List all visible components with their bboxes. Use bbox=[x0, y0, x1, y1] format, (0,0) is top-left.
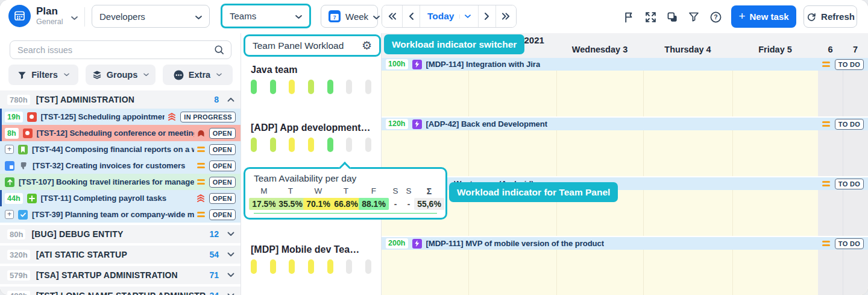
search-input[interactable] bbox=[16, 45, 213, 56]
fullscreen-icon[interactable] bbox=[643, 10, 658, 24]
workload-bar[interactable] bbox=[251, 138, 257, 152]
task-title: [ADP-42] Back end Development bbox=[426, 119, 548, 128]
workload-bar[interactable] bbox=[270, 259, 276, 274]
workload-bar[interactable] bbox=[308, 80, 314, 94]
workload-bar[interactable] bbox=[251, 80, 257, 94]
issue-row[interactable]: 19h[TST-125] Scheduling appointments for… bbox=[0, 109, 241, 125]
expand-button[interactable]: + bbox=[5, 145, 14, 154]
next-button[interactable] bbox=[479, 5, 496, 27]
workload-bar[interactable] bbox=[270, 80, 276, 94]
issue-row[interactable]: +[TST-39] Planning team or company-wide … bbox=[0, 206, 241, 223]
priority-medium-icon bbox=[822, 62, 830, 68]
workload-bar[interactable] bbox=[251, 259, 257, 274]
availability-day-label: S bbox=[391, 186, 400, 197]
chevron-down-icon[interactable] bbox=[459, 14, 471, 19]
team-row[interactable]: [MDP] Mobile dev Tea… bbox=[251, 244, 376, 274]
bolt-icon bbox=[412, 119, 422, 129]
task-bar[interactable]: 200h[MDP-111] MVP of mobile version of t… bbox=[381, 237, 868, 250]
workload-bar[interactable] bbox=[327, 259, 333, 274]
resource-select-value: Developers bbox=[99, 11, 195, 22]
availability-column: S- bbox=[391, 186, 400, 210]
group-row[interactable]: 320h[ATI STATIC STARTUP54 bbox=[0, 246, 241, 264]
availability-column: S- bbox=[404, 186, 414, 210]
flag-icon[interactable] bbox=[621, 10, 636, 24]
resource-select[interactable]: Developers bbox=[92, 5, 210, 28]
groups-button[interactable]: Groups bbox=[86, 65, 156, 85]
issues-sidebar: FiltersGroupsExtra 780h[TST] ADMINISTRAT… bbox=[0, 33, 241, 295]
priority-medium-icon bbox=[197, 163, 205, 169]
status-badge: OPEN bbox=[209, 209, 236, 220]
workload-bar[interactable] bbox=[346, 80, 352, 94]
today-button[interactable]: Today bbox=[420, 5, 479, 27]
group-title: [TSA] STARTUP ADMINISTRATION bbox=[36, 270, 210, 280]
jump-back-button[interactable] bbox=[382, 5, 403, 27]
chevron-down-icon[interactable] bbox=[227, 273, 234, 278]
zoom-select[interactable]: 7 Week bbox=[321, 5, 378, 28]
hours-badge: 19h bbox=[5, 112, 23, 122]
refresh-button[interactable]: Refresh bbox=[804, 5, 857, 28]
issue-title: [TST-12] Scheduling conference or meetin… bbox=[37, 128, 194, 138]
workload-bar[interactable] bbox=[365, 80, 371, 94]
workload-bar[interactable] bbox=[346, 138, 352, 152]
filters-button[interactable]: Filters bbox=[8, 65, 78, 85]
availability-popup-title: Team Availability per day bbox=[254, 173, 356, 184]
group-row[interactable]: 80h[BUG] DEBUG ENTITY12 bbox=[0, 225, 241, 243]
task-bar[interactable]: 120h[ADP-42] Back end DevelopmentTO DO bbox=[381, 118, 868, 130]
chevron-down-icon[interactable] bbox=[227, 232, 234, 236]
workload-bar[interactable] bbox=[308, 138, 314, 152]
extra-button[interactable]: Extra bbox=[163, 65, 233, 85]
issue-title: [TST-44] Composing financial reports on … bbox=[32, 145, 194, 154]
popup-underline bbox=[254, 213, 437, 214]
group-row[interactable]: 780h[TST] ADMINISTRATION8 bbox=[0, 90, 241, 109]
clone-view-icon[interactable] bbox=[665, 10, 679, 24]
task-title: [MDP-111] MVP of mobile version of the p… bbox=[426, 239, 605, 248]
gear-icon[interactable]: ⚙ bbox=[362, 40, 372, 51]
task-bar[interactable]: 100h[MDP-114] Integration with JiraTO DO bbox=[381, 58, 868, 71]
workload-bar[interactable] bbox=[346, 259, 352, 274]
availability-column: W70.1% bbox=[303, 186, 333, 210]
issue-row[interactable]: [TST-32] Creating invoices for customers… bbox=[0, 157, 241, 174]
workload-bar[interactable] bbox=[308, 259, 314, 274]
issue-row[interactable]: 8h[TST-12] Scheduling conference or meet… bbox=[0, 125, 241, 141]
issue-row[interactable]: +[TST-44] Composing financial reports on… bbox=[0, 141, 241, 157]
prev-button[interactable] bbox=[403, 5, 420, 27]
day-label: 6 bbox=[828, 45, 832, 54]
chevron-down-icon[interactable] bbox=[227, 252, 234, 257]
workload-bar[interactable] bbox=[327, 80, 333, 94]
plan-selector[interactable]: Plan General bbox=[8, 5, 78, 27]
workload-bar[interactable] bbox=[327, 138, 333, 152]
app-window: Plan General Developers Teams 7 Week To bbox=[0, 0, 868, 295]
group-row[interactable]: 480h[TST] LONG NAME STARTUP ADMINISTR...… bbox=[0, 287, 241, 295]
chevron-up-icon[interactable] bbox=[227, 97, 234, 102]
workload-bar[interactable] bbox=[289, 259, 295, 274]
filter-funnel-icon[interactable] bbox=[687, 10, 701, 24]
issue-row[interactable]: [TST-107] Booking travel itineraries for… bbox=[0, 174, 241, 190]
workload-bar[interactable] bbox=[365, 138, 371, 152]
workload-bar[interactable] bbox=[270, 138, 276, 152]
help-icon[interactable]: ? bbox=[708, 10, 723, 24]
jump-forward-button[interactable] bbox=[496, 5, 516, 27]
new-task-button[interactable]: + New task bbox=[731, 5, 796, 28]
team-panel-header: Team Panel Workload ⚙ bbox=[244, 34, 381, 57]
team-row[interactable]: Java team bbox=[251, 65, 376, 94]
day-label: Thursday 4 bbox=[664, 45, 711, 54]
panel-mode-select[interactable]: Teams bbox=[221, 4, 311, 28]
priority-medium-icon bbox=[822, 121, 830, 127]
group-hours-badge: 579h bbox=[7, 270, 30, 281]
expand-button[interactable]: + bbox=[5, 210, 14, 219]
group-row[interactable]: 579h[TSA] STARTUP ADMINISTRATION71 bbox=[0, 266, 241, 284]
workload-bar[interactable] bbox=[289, 80, 295, 94]
workload-bar[interactable] bbox=[289, 138, 295, 152]
group-count: 34 bbox=[209, 291, 219, 295]
screenshot-stage: Plan General Developers Teams 7 Week To bbox=[0, 0, 868, 295]
team-row[interactable]: [ADP] App development… bbox=[251, 122, 376, 152]
priority-critical-icon bbox=[197, 130, 205, 137]
team-name: Java team bbox=[251, 65, 376, 75]
svg-text:7: 7 bbox=[333, 14, 336, 21]
workload-bar[interactable] bbox=[365, 259, 371, 274]
issue-row[interactable]: 44h[TST-11] Completing payroll tasksOPEN bbox=[0, 190, 241, 206]
team-panel-title: Team Panel Workload bbox=[253, 40, 344, 51]
toolbar-divider bbox=[84, 7, 85, 27]
zoom-select-value: Week bbox=[345, 11, 368, 22]
search-icon[interactable] bbox=[213, 44, 225, 56]
